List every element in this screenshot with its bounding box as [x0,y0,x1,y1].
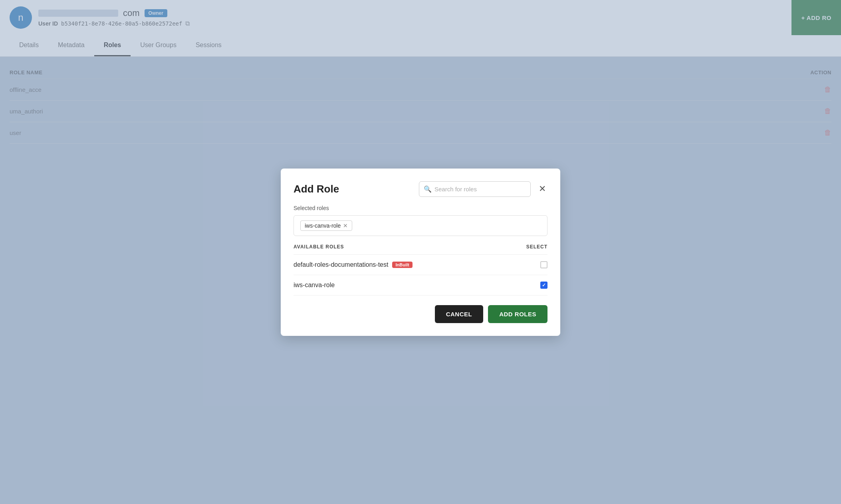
select-label: SELECT [526,244,547,250]
roles-list: default-roles-documentations-test InBuil… [294,255,547,296]
role-name-iws: iws-canva-role [294,282,335,289]
available-roles-title: AVAILABLE ROLES [294,244,344,250]
search-icon: 🔍 [424,185,432,193]
cancel-button[interactable]: CANCEL [435,305,484,323]
search-input[interactable] [419,181,531,197]
role-row-name-1: default-roles-documentations-test InBuil… [294,261,413,268]
add-role-modal: Add Role 🔍 ✕ Selected roles iws-canva-ro… [281,169,560,336]
role-row-2: iws-canva-role [294,275,547,296]
modal-title: Add Role [294,183,339,195]
available-roles-header: AVAILABLE ROLES SELECT [294,244,547,255]
modal-header: Add Role 🔍 ✕ [294,181,547,197]
modal-search-row: 🔍 ✕ [419,181,547,197]
role-name-default: default-roles-documentations-test [294,261,388,268]
selected-role-tag: iws-canva-role ✕ [300,220,352,231]
selected-roles-area: iws-canva-role ✕ [294,215,547,236]
modal-footer: CANCEL ADD ROLES [294,305,547,323]
role-tag-remove[interactable]: ✕ [343,223,348,228]
modal-overlay: Add Role 🔍 ✕ Selected roles iws-canva-ro… [0,0,841,504]
close-button[interactable]: ✕ [537,183,547,195]
checkbox-unchecked-1[interactable] [540,261,547,268]
checkbox-checked-1[interactable] [540,282,547,289]
search-container: 🔍 [419,181,531,197]
role-row-name-2: iws-canva-role [294,282,335,289]
add-roles-button[interactable]: ADD ROLES [488,305,547,323]
selected-roles-label: Selected roles [294,205,547,211]
role-row-1: default-roles-documentations-test InBuil… [294,255,547,275]
role-tag-name: iws-canva-role [305,222,341,229]
inbuilt-badge: InBuilt [392,262,412,268]
